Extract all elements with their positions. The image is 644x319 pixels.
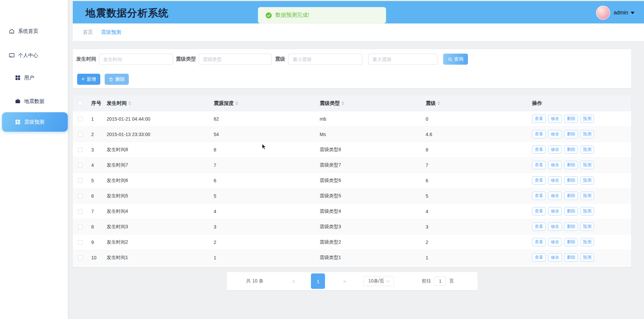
row-checkbox[interactable] [78, 117, 83, 121]
row-edit-button[interactable]: 修改 [548, 115, 562, 123]
success-toast: 数据预测完成! [258, 7, 386, 23]
row-view-button[interactable]: 查看 [532, 130, 546, 138]
cell-magnitude-type: mb [320, 116, 426, 122]
row-edit-button[interactable]: 修改 [548, 253, 562, 262]
row-predict-button[interactable]: 预测 [580, 161, 594, 169]
column-header-label: 震级 [426, 100, 436, 107]
search-icon [448, 57, 452, 62]
row-view-button[interactable]: 查看 [532, 192, 546, 200]
row-edit-button[interactable]: 修改 [548, 145, 562, 154]
username: admin [613, 10, 628, 16]
row-view-button[interactable]: 查看 [532, 222, 546, 231]
row-actions: 查看修改删除预测 [532, 207, 631, 215]
data-table: 序号发生时间震源深度震级类型震级操作 1 2015-01-21 04:44:00… [73, 95, 631, 267]
row-checkbox[interactable] [78, 178, 83, 183]
search-button[interactable]: 查询 [443, 54, 468, 65]
row-delete-button[interactable]: 删除 [564, 161, 578, 169]
cell-magnitude: 3 [426, 224, 532, 230]
column-header-depth[interactable]: 震源深度 [214, 100, 320, 107]
sort-arrows-icon[interactable] [128, 101, 131, 105]
row-checkbox[interactable] [78, 240, 83, 245]
row-checkbox[interactable] [78, 163, 83, 168]
occur-time-input[interactable] [99, 54, 173, 65]
row-delete-button[interactable]: 删除 [564, 222, 578, 231]
row-view-button[interactable]: 查看 [532, 253, 546, 262]
row-predict-button[interactable]: 预测 [580, 222, 594, 231]
row-edit-button[interactable]: 修改 [548, 192, 562, 200]
magnitude-type-input[interactable] [199, 54, 272, 65]
sidebar-item-magnitude-prediction[interactable]: 震级预测 [2, 112, 68, 132]
row-edit-button[interactable]: 修改 [548, 130, 562, 138]
cell-magnitude: 5 [426, 193, 532, 199]
column-header-occur_time[interactable]: 发生时间 [107, 100, 214, 107]
row-delete-button[interactable]: 删除 [564, 145, 578, 154]
row-delete-button[interactable]: 删除 [564, 115, 578, 123]
column-header-mag_type[interactable]: 震级类型 [320, 100, 426, 107]
row-checkbox[interactable] [78, 194, 83, 198]
sidebar-item-personal-center[interactable]: 个人中心 [0, 49, 68, 62]
add-button[interactable]: + 新增 [77, 74, 100, 85]
row-checkbox[interactable] [78, 255, 83, 260]
row-edit-button[interactable]: 修改 [548, 207, 562, 215]
cell-magnitude-type: 震级类型5 [320, 193, 426, 199]
occur-time-label: 发生时间 [76, 56, 96, 62]
row-delete-button[interactable]: 删除 [564, 253, 578, 262]
user-menu[interactable]: admin [596, 5, 635, 20]
row-delete-button[interactable]: 删除 [564, 207, 578, 215]
row-predict-button[interactable]: 预测 [580, 253, 594, 262]
row-checkbox[interactable] [78, 132, 83, 137]
row-predict-button[interactable]: 预测 [580, 176, 594, 185]
prev-page-button[interactable]: < [290, 278, 297, 284]
page-size-select[interactable]: 10条/页 [363, 276, 394, 286]
row-edit-button[interactable]: 修改 [548, 222, 562, 231]
row-predict-button[interactable]: 预测 [580, 115, 594, 123]
row-edit-button[interactable]: 修改 [548, 238, 562, 246]
current-page-button[interactable]: 1 [311, 273, 325, 289]
tab-magnitude-prediction[interactable]: 震级预测 [101, 29, 121, 36]
min-magnitude-input[interactable] [288, 54, 362, 65]
row-predict-button[interactable]: 预测 [580, 130, 594, 138]
sidebar-item-label: 个人中心 [18, 52, 38, 59]
sidebar-item-system-home[interactable]: 系统首页 [0, 24, 68, 38]
row-view-button[interactable]: 查看 [532, 176, 546, 185]
sidebar-item-earthquake-data[interactable]: 地震数据 [0, 94, 68, 108]
max-magnitude-input[interactable] [368, 54, 437, 65]
row-delete-button[interactable]: 删除 [564, 192, 578, 200]
sort-arrows-icon[interactable] [341, 101, 344, 105]
next-page-button[interactable]: > [341, 278, 348, 284]
select-all-checkbox[interactable] [78, 101, 83, 106]
cell-magnitude: 4.6 [426, 132, 532, 137]
tab-home[interactable]: 首页 [83, 29, 93, 36]
column-header-index: 序号 [91, 100, 107, 107]
row-view-button[interactable]: 查看 [532, 161, 546, 169]
row-edit-button[interactable]: 修改 [548, 161, 562, 169]
goto-page-input[interactable] [434, 276, 446, 286]
delete-button[interactable]: 删除 [105, 74, 129, 85]
column-header-magnitude[interactable]: 震级 [426, 100, 532, 107]
row-predict-button[interactable]: 预测 [580, 238, 594, 246]
row-predict-button[interactable]: 预测 [580, 207, 594, 215]
sidebar-item-users[interactable]: 用户 [0, 71, 68, 84]
row-edit-button[interactable]: 修改 [548, 176, 562, 185]
row-actions: 查看修改删除预测 [532, 253, 631, 262]
row-actions: 查看修改删除预测 [532, 130, 631, 138]
sort-arrows-icon[interactable] [235, 101, 238, 105]
row-delete-button[interactable]: 删除 [564, 176, 578, 185]
row-checkbox[interactable] [78, 209, 83, 214]
cell-magnitude: 4 [426, 209, 532, 214]
cell-depth: 7 [214, 163, 320, 168]
row-view-button[interactable]: 查看 [532, 115, 546, 123]
row-delete-button[interactable]: 删除 [564, 238, 578, 246]
row-checkbox[interactable] [78, 147, 83, 152]
row-view-button[interactable]: 查看 [532, 238, 546, 246]
row-predict-button[interactable]: 预测 [580, 145, 594, 154]
briefcase-icon [15, 98, 21, 104]
row-checkbox[interactable] [78, 225, 83, 229]
chevron-down-icon [631, 12, 635, 14]
row-predict-button[interactable]: 预测 [580, 192, 594, 200]
row-delete-button[interactable]: 删除 [564, 130, 578, 138]
row-view-button[interactable]: 查看 [532, 207, 546, 215]
user-avatar[interactable] [596, 6, 610, 20]
sort-arrows-icon[interactable] [437, 101, 440, 105]
row-view-button[interactable]: 查看 [532, 145, 546, 154]
